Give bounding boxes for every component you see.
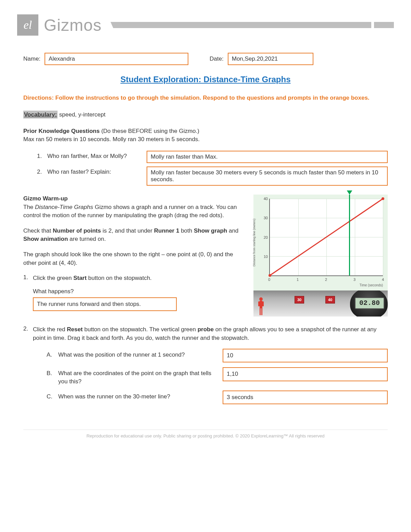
ytick-40: 40 — [260, 197, 268, 201]
step2-number: 2. — [23, 325, 33, 409]
prior-note: (Do these BEFORE using the Gizmo.) — [101, 128, 199, 134]
xtick-1: 1 — [297, 277, 299, 282]
prior-context: Max ran 50 meters in 10 seconds. Molly r… — [23, 136, 200, 143]
runner-icon — [258, 297, 264, 316]
date-field[interactable]: Mon,Sep.20,2021 — [228, 53, 313, 65]
step1-a: Click the green — [33, 275, 73, 281]
sub-c-letter: C. — [47, 391, 58, 401]
question-1-row: 1. Who ran farther, Max or Molly? Molly … — [37, 151, 388, 163]
date-label: Date: — [210, 55, 224, 62]
warmup-p2-c: is 2, and that under — [101, 227, 154, 234]
vocabulary-line: Vocabulary: speed, y-intercept — [23, 111, 388, 118]
step1-answer-field[interactable]: The runner runs forward and then stops. — [33, 297, 177, 311]
sub-c-row: C. When was the runner on the 30-meter l… — [47, 391, 388, 405]
data-point-end[interactable] — [381, 197, 385, 200]
svg-rect-7 — [258, 301, 260, 306]
warmup-step-1: 1. Click the green Start button on the s… — [23, 274, 247, 318]
warmup-step-2: 2. Click the red Reset button on the sto… — [23, 325, 388, 409]
warmup-p1-a: The — [23, 204, 35, 210]
track-area: 30 40 02.80 — [253, 290, 388, 317]
step1-what: What happens? — [33, 287, 247, 296]
page-title: Student Exploration: Distance-Time Graph… — [23, 75, 388, 84]
svg-rect-5 — [260, 308, 261, 315]
plot-area[interactable] — [269, 199, 383, 276]
footer-text: Reproduction for educational use only. P… — [23, 430, 388, 442]
xtick-0: 0 — [268, 277, 270, 282]
step1-b: Start — [73, 275, 87, 281]
question-2-row: 2. Who ran faster? Explain: Molly ran fa… — [37, 166, 388, 186]
probe-line[interactable] — [349, 195, 350, 275]
warmup-p2-h: Show animation — [23, 236, 68, 242]
warmup-p2-i: are turned on. — [68, 236, 106, 242]
warmup-p2-b: Number of points — [53, 227, 101, 234]
brand-name: Gizmos — [44, 16, 102, 35]
warmup-block: Gizmo Warm-up The Distance-Time Graphs G… — [23, 195, 388, 320]
sub-a-text: What was the position of the runner at 1… — [58, 349, 212, 359]
q1-text: Who ran farther, Max or Molly? — [47, 151, 147, 160]
warmup-p2-g: and — [227, 227, 238, 234]
step1-number: 1. — [23, 274, 33, 318]
sub-a-letter: A. — [47, 349, 58, 359]
svg-rect-6 — [261, 308, 262, 315]
warmup-p2-d: Runner 1 — [154, 227, 179, 234]
step2-b: Reset — [67, 326, 83, 333]
sub-a-answer-field[interactable]: 10 — [223, 349, 388, 363]
sub-b-letter: B. — [47, 367, 58, 378]
svg-point-1 — [269, 274, 271, 277]
svg-rect-4 — [260, 301, 262, 308]
ytick-30: 30 — [260, 216, 268, 220]
ytick-20: 20 — [260, 235, 268, 239]
logo-text: el — [24, 18, 32, 32]
q1-number: 1. — [37, 151, 47, 160]
sub-b-text: What are the coordinates of the point on… — [58, 367, 212, 386]
chart-xlabel: Time (seconds) — [359, 283, 383, 287]
sub-c-answer-field[interactable]: 3 seconds — [223, 391, 388, 405]
sub-a-row: A. What was the position of the runner a… — [47, 349, 388, 363]
svg-rect-8 — [262, 301, 264, 306]
name-field[interactable]: Alexandra — [45, 53, 188, 65]
prior-knowledge-block: Prior Knowledge Questions (Do these BEFO… — [23, 127, 388, 144]
sub-c-text: When was the runner on the 30-meter line… — [58, 391, 212, 401]
warmup-heading: Gizmo Warm-up — [23, 195, 68, 202]
warmup-p3: The graph should look like the one shown… — [23, 250, 247, 267]
logo-icon: el — [17, 14, 38, 36]
step2-c: button on the stopwatch. The vertical gr… — [83, 326, 198, 333]
vocab-terms: speed, y-intercept — [58, 111, 105, 118]
step2-d: probe — [198, 326, 214, 333]
prior-heading: Prior Knowledge Questions — [23, 128, 101, 134]
ytick-10: 10 — [260, 255, 268, 259]
header-bar: el Gizmos — [0, 0, 411, 36]
q2-answer-field[interactable]: Molly ran faster because 30 meters every… — [147, 166, 388, 186]
prior-question-list: 1. Who ran farther, Max or Molly? Molly … — [37, 151, 388, 186]
q2-text: Who ran faster? Explain: — [47, 166, 147, 175]
name-label: Name: — [23, 55, 40, 62]
header-divider — [111, 22, 394, 28]
vocab-label: Vocabulary: — [23, 111, 58, 119]
q1-answer-field[interactable]: Molly ran faster than Max. — [147, 151, 388, 163]
distance-time-chart: Distance from starting line (meters) — [253, 195, 388, 290]
svg-point-3 — [259, 297, 263, 301]
stopwatch: 02.80 — [347, 290, 388, 317]
warmup-p2-e: both — [179, 227, 194, 234]
probe-handle-icon[interactable] — [347, 190, 352, 195]
sub-b-answer-field[interactable]: 1,10 — [223, 367, 388, 381]
step1-c: button on the stopwatch. — [87, 275, 152, 281]
warmup-p1-b: Distance-Time Graphs — [35, 204, 93, 210]
directions-text: Directions: Follow the instructions to g… — [23, 94, 388, 102]
warmup-p2-a: Check that — [23, 227, 53, 234]
track-marker-40: 40 — [325, 296, 335, 304]
xtick-4: 4 — [382, 277, 384, 282]
q2-number: 2. — [37, 166, 47, 175]
data-point-start[interactable] — [268, 274, 272, 277]
xtick-3: 3 — [353, 277, 356, 282]
name-date-row: Name: Alexandra Date: Mon,Sep.20,2021 — [23, 53, 388, 65]
track-marker-30: 30 — [295, 296, 304, 304]
warmup-p2-f: Show graph — [194, 227, 227, 234]
sub-b-row: B. What are the coordinates of the point… — [47, 367, 388, 386]
stopwatch-display: 02.80 — [355, 297, 384, 309]
xtick-2: 2 — [325, 277, 327, 282]
step2-a: Click the red — [33, 326, 67, 333]
step2-sub-list: A. What was the position of the runner a… — [47, 349, 388, 405]
svg-point-2 — [382, 197, 384, 200]
